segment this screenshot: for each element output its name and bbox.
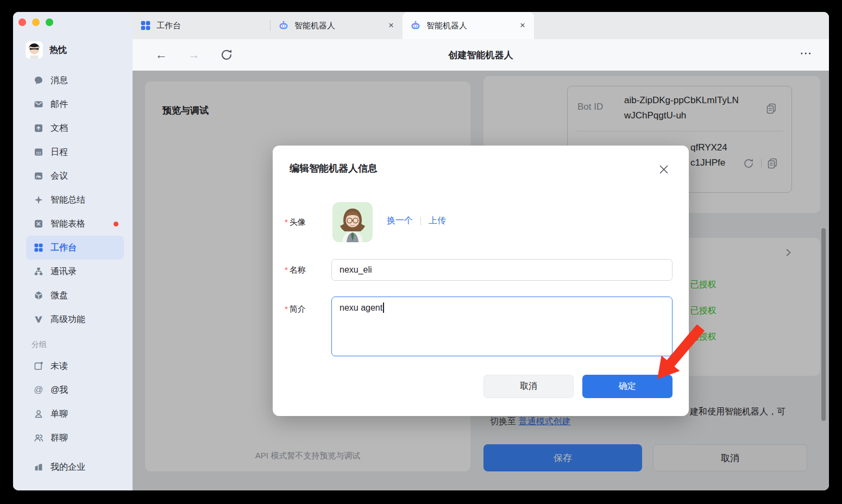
- close-window-button[interactable]: [18, 18, 26, 26]
- advanced-icon: [34, 314, 43, 324]
- text-cursor: [383, 303, 384, 313]
- required-mark: *: [285, 304, 288, 313]
- edit-bot-modal: 编辑智能机器人信息 *头像: [273, 146, 689, 416]
- annotation-arrow: [649, 325, 709, 385]
- tab-label: 智能机器人: [294, 21, 335, 31]
- upload-avatar-link[interactable]: 上传: [429, 215, 446, 226]
- company-icon: [34, 462, 43, 472]
- sidebar-item-label: 会议: [51, 171, 68, 182]
- robot-icon: [410, 20, 421, 31]
- sidebar-item-label: 我的企业: [51, 462, 85, 473]
- user-avatar: [26, 41, 43, 59]
- sidebar-item-my-company[interactable]: 我的企业: [26, 455, 124, 479]
- bot-intro-text: nexu agent: [340, 303, 382, 312]
- sidebar-item-label: 消息: [51, 75, 68, 86]
- sidebar-item-label: 单聊: [51, 408, 68, 420]
- screen: 热忱 消息 邮件 文档 日程: [0, 0, 842, 504]
- sidebar-item-label: @我: [51, 385, 68, 396]
- tab-label: 工作台: [156, 21, 181, 31]
- sidebar-item-unread[interactable]: 未读: [26, 354, 124, 378]
- required-mark: *: [285, 217, 288, 226]
- sidebar-item-workbench[interactable]: 工作台: [26, 236, 124, 260]
- meeting-icon: [34, 171, 43, 181]
- sidebar-item-meetings[interactable]: 会议: [26, 164, 124, 188]
- sidebar-item-single-chat[interactable]: 单聊: [26, 402, 124, 426]
- tab-close-icon[interactable]: ×: [519, 20, 526, 31]
- sidebar-item-messages[interactable]: 消息: [26, 68, 124, 92]
- workbench-icon: [140, 20, 151, 31]
- minimize-window-button[interactable]: [32, 18, 40, 26]
- robot-icon: [278, 20, 289, 31]
- message-icon: [34, 75, 43, 85]
- tab-label: 智能机器人: [426, 21, 467, 31]
- sidebar-item-label: 微盘: [51, 290, 68, 301]
- sidebar-item-drive[interactable]: 微盘: [26, 284, 124, 307]
- nav-bar: ← → 创建智能机器人 ⋯: [133, 39, 829, 71]
- contacts-icon: [34, 267, 43, 276]
- sidebar-item-ai-summary[interactable]: 智能总结: [26, 188, 124, 212]
- user-avatar-image: [26, 41, 43, 59]
- tab-smart-robot-2[interactable]: 智能机器人 ×: [403, 12, 534, 39]
- sidebar-item-advanced[interactable]: 高级功能: [26, 307, 124, 331]
- page-title: 创建智能机器人: [133, 39, 829, 71]
- unread-icon: [34, 361, 43, 371]
- group-chat-icon: [34, 433, 43, 443]
- avatar-field-label: *头像: [285, 217, 306, 228]
- app-window: 热忱 消息 邮件 文档 日程: [13, 12, 829, 490]
- sidebar-item-mail[interactable]: 邮件: [26, 92, 124, 116]
- sidebar-group-label: 分组: [26, 336, 124, 354]
- name-field-label: *名称: [285, 265, 306, 275]
- sidebar-item-docs[interactable]: 文档: [26, 116, 124, 140]
- sidebar-item-label: 通讯录: [51, 266, 77, 278]
- sidebar-item-label: 文档: [51, 123, 68, 134]
- sidebar-item-label: 高级功能: [51, 314, 85, 325]
- field-label-text: 简介: [290, 304, 306, 313]
- mail-icon: [34, 99, 43, 109]
- window-controls: [18, 18, 53, 26]
- tab-close-icon[interactable]: ×: [387, 20, 395, 31]
- smart-table-icon: [34, 219, 43, 229]
- avatar-actions: 换一个 上传: [387, 215, 446, 226]
- single-chat-icon: [34, 409, 43, 419]
- calendar-icon: [34, 147, 43, 157]
- bot-intro-textarea[interactable]: nexu agent: [331, 297, 673, 356]
- bot-avatar[interactable]: [332, 202, 373, 242]
- field-label-text: 名称: [290, 265, 306, 274]
- intro-field-label: *简介: [285, 304, 306, 314]
- sidebar-item-label: 工作台: [51, 242, 77, 254]
- sidebar-item-label: 群聊: [51, 432, 68, 444]
- tab-workbench[interactable]: 工作台: [133, 12, 270, 39]
- at-icon: @: [34, 385, 43, 395]
- change-avatar-link[interactable]: 换一个: [387, 215, 413, 226]
- sidebar-item-smart-table[interactable]: 智能表格: [26, 212, 124, 236]
- close-icon[interactable]: [658, 164, 669, 175]
- bot-name-input[interactable]: [331, 259, 673, 281]
- ai-summary-icon: [34, 195, 43, 205]
- tab-bar: 工作台 智能机器人 ×: [133, 12, 829, 39]
- divider: [420, 217, 421, 225]
- zoom-window-button[interactable]: [46, 18, 53, 26]
- drive-icon: [34, 291, 43, 300]
- required-mark: *: [285, 265, 288, 274]
- user-profile[interactable]: 热忱: [26, 41, 67, 59]
- sidebar-item-label: 未读: [51, 361, 68, 372]
- sidebar-item-label: 日程: [51, 147, 68, 158]
- modal-cancel-button[interactable]: 取消: [483, 375, 574, 398]
- sidebar-item-label: 邮件: [51, 99, 68, 110]
- sidebar: 热忱 消息 邮件 文档 日程: [13, 12, 133, 490]
- sidebar-item-contacts[interactable]: 通讯录: [26, 260, 124, 284]
- bot-avatar-image: [332, 202, 373, 242]
- notification-badge: [114, 222, 118, 226]
- more-menu-icon[interactable]: ⋯: [800, 46, 813, 60]
- sidebar-item-at-me[interactable]: @ @我: [26, 378, 124, 402]
- user-name: 热忱: [49, 45, 67, 56]
- sidebar-menu: 消息 邮件 文档 日程 会议: [26, 68, 124, 479]
- workbench-icon: [34, 243, 43, 253]
- sidebar-item-group-chat[interactable]: 群聊: [26, 426, 124, 450]
- sidebar-item-calendar[interactable]: 日程: [26, 140, 124, 164]
- sidebar-item-label: 智能表格: [51, 218, 85, 230]
- modal-title: 编辑智能机器人信息: [290, 162, 378, 175]
- docs-icon: [34, 123, 43, 133]
- field-label-text: 头像: [290, 217, 306, 226]
- tab-smart-robot-1[interactable]: 智能机器人 ×: [271, 12, 403, 39]
